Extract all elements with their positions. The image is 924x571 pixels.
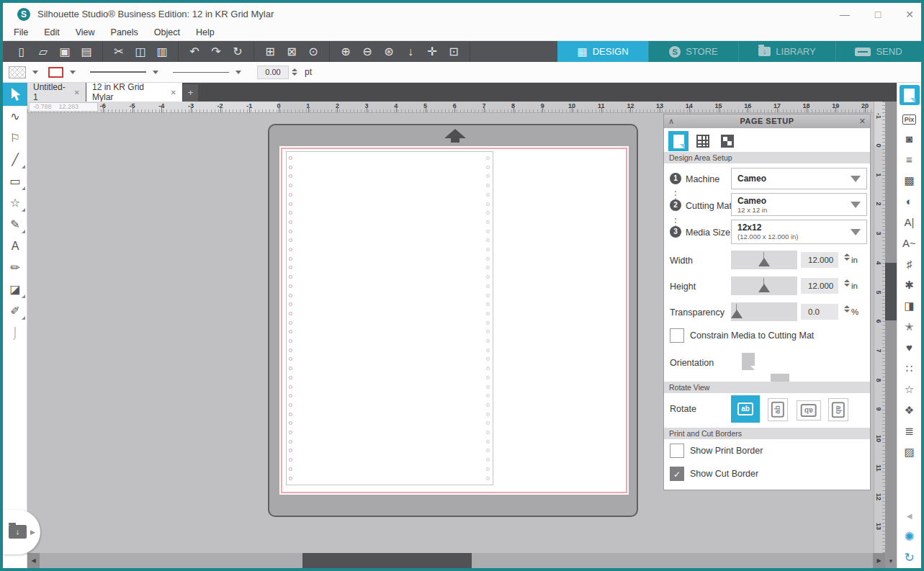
paste-icon[interactable]: ▥ <box>151 41 173 62</box>
scroll-down-icon[interactable]: ▼ <box>885 555 897 568</box>
text-style-panel[interactable]: A| <box>897 212 922 233</box>
glyphs-panel[interactable]: A~ <box>897 233 922 253</box>
vertical-scrollbar-thumb[interactable] <box>885 263 897 320</box>
rectangle-tool[interactable]: ▭ <box>3 171 27 192</box>
fill-swatch[interactable] <box>9 66 26 78</box>
width-input[interactable]: 12.000 <box>801 252 838 268</box>
panel-collapse-icon[interactable]: ∧ <box>668 114 674 128</box>
line-style-preview[interactable] <box>90 71 146 73</box>
stroke-width-stepper[interactable] <box>292 68 297 76</box>
sketch-tool[interactable]: ✏ <box>3 257 27 279</box>
scroll-left-icon[interactable]: ◀ <box>27 553 40 568</box>
slider-thumb[interactable] <box>758 258 770 266</box>
constrain-checkbox[interactable] <box>670 328 684 343</box>
select-tool[interactable] <box>3 83 27 106</box>
drag-zoom-icon[interactable]: ⊛ <box>378 41 400 62</box>
scroll-right-icon[interactable]: ▶ <box>873 553 885 568</box>
open-file-icon[interactable]: ▱ <box>32 41 54 62</box>
fill-dropdown-caret-icon[interactable] <box>32 71 38 74</box>
menu-object[interactable]: Object <box>146 25 188 40</box>
line-tool[interactable]: ╱ <box>3 149 27 171</box>
pixscan-panel[interactable]: Pix <box>897 107 922 128</box>
close-button[interactable]: ✕ <box>896 6 923 23</box>
width-stepper[interactable] <box>844 253 850 261</box>
stroke-color-swatch[interactable] <box>48 67 63 78</box>
doc-tab-active[interactable]: 12 in KR Grid Mylar ✕ <box>86 83 182 102</box>
page-setup-panel[interactable] <box>900 85 920 105</box>
height-slider[interactable] <box>731 276 797 295</box>
transparency-slider[interactable] <box>731 302 797 321</box>
offset-panel[interactable]: ✭ <box>897 316 922 337</box>
rhinestone-panel[interactable]: ∷ <box>897 358 922 379</box>
doc-tab-untitled[interactable]: Untitled-1 ✕ <box>27 83 86 102</box>
cut-settings-panel[interactable]: ✱ <box>897 274 922 295</box>
print-icon[interactable]: ▤ <box>76 41 97 62</box>
line-style-panel[interactable]: ≡ <box>897 149 922 170</box>
tab-design[interactable]: ▦ DESIGN <box>557 41 648 62</box>
knife-tool[interactable]: ✐ <box>3 300 27 322</box>
rotate-180-button[interactable]: ab <box>797 400 821 421</box>
eraser-tool[interactable]: ◪ <box>3 279 27 300</box>
sketch-fill-panel[interactable]: ▨ <box>897 441 922 462</box>
draw-tool[interactable]: ✎ <box>3 214 27 235</box>
rotate-90-button[interactable]: ab <box>768 398 788 421</box>
design-store-panel[interactable]: ♥ <box>897 337 922 358</box>
polygon-tool[interactable]: ☆ <box>3 192 27 214</box>
new-document-icon[interactable]: ▯ <box>11 41 32 62</box>
redo-icon[interactable]: ↷ <box>205 41 227 62</box>
height-stepper[interactable] <box>844 279 850 287</box>
zoom-selection-icon[interactable]: ↓ <box>400 41 421 62</box>
show-cut-border-checkbox[interactable]: ✓ <box>670 467 684 481</box>
orientation-portrait-icon[interactable] <box>742 353 755 370</box>
flyout-expand-icon[interactable]: ▶ <box>30 529 35 536</box>
text-tool[interactable]: A <box>3 235 27 257</box>
image-effects-panel[interactable]: ◐ <box>897 191 922 212</box>
replicate-panel[interactable]: ◨ <box>897 295 922 316</box>
undo-icon[interactable]: ↶ <box>184 41 205 62</box>
menu-file[interactable]: File <box>6 25 36 40</box>
tab-close-icon[interactable]: ✕ <box>74 89 80 96</box>
horizontal-scrollbar[interactable]: ◀ ▶ <box>27 553 885 568</box>
transform-panel[interactable]: ♯ <box>897 253 922 274</box>
menu-view[interactable]: View <box>68 25 103 40</box>
new-tab-button[interactable]: + <box>183 84 198 102</box>
tab-send[interactable]: SEND <box>835 41 921 62</box>
panel-tab-registration[interactable] <box>717 131 737 151</box>
panel-tab-page[interactable] <box>668 131 688 151</box>
sync[interactable]: ↻ <box>897 547 922 568</box>
fill-color-panel[interactable]: ◙ <box>897 128 922 149</box>
trace-icon[interactable]: ⊙ <box>302 41 324 62</box>
replay-icon[interactable]: ↻ <box>227 41 248 62</box>
line-style-caret-icon[interactable] <box>153 71 158 74</box>
menu-panels[interactable]: Panels <box>103 25 146 40</box>
maximize-button[interactable]: □ <box>864 6 892 23</box>
pan-icon[interactable]: ✛ <box>421 41 443 62</box>
slider-thumb[interactable] <box>758 284 770 292</box>
rotate-0-button[interactable]: ab <box>731 395 760 423</box>
stroke-dropdown-caret-icon[interactable] <box>70 71 76 74</box>
delete-icon[interactable]: ⊠ <box>281 41 302 62</box>
tab-library[interactable]: ↓ LIBRARY <box>738 41 835 62</box>
collapse-arrow[interactable]: ◀ <box>897 505 922 526</box>
slider-thumb[interactable] <box>731 310 743 318</box>
shapes-panel[interactable]: ☆ <box>897 379 922 400</box>
height-input[interactable]: 12.000 <box>801 278 838 294</box>
eyedropper-tool[interactable]: ⌡ <box>3 322 27 343</box>
save-icon[interactable]: ▣ <box>54 41 76 62</box>
copy-icon[interactable]: ◫ <box>130 41 151 62</box>
cut-icon[interactable]: ✂ <box>108 41 130 62</box>
transparency-stepper[interactable] <box>844 305 850 313</box>
fit-page-icon[interactable]: ⊡ <box>443 41 465 62</box>
zoom-in-icon[interactable]: ⊕ <box>335 41 356 62</box>
line-weight-preview[interactable] <box>173 72 229 73</box>
machine-dropdown[interactable]: Cameo <box>731 168 867 189</box>
tab-close-icon[interactable]: ✕ <box>171 89 176 96</box>
lasso-select-tool[interactable]: ∿ <box>3 106 27 127</box>
zoom-out-icon[interactable]: ⊖ <box>356 41 378 62</box>
modify-panel[interactable]: ❖ <box>897 400 922 421</box>
settings[interactable]: ✺ <box>897 526 922 547</box>
menu-edit[interactable]: Edit <box>36 25 68 40</box>
vertical-scrollbar[interactable]: ▼ <box>885 102 897 568</box>
panel-header[interactable]: PAGE SETUP <box>664 114 870 128</box>
line-weight-caret-icon[interactable] <box>236 71 241 74</box>
